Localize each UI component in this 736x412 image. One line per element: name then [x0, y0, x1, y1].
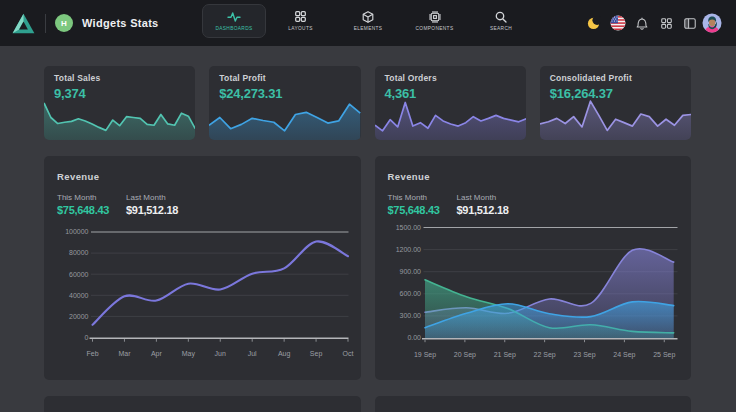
nav-label: ELEMENTS: [354, 26, 383, 31]
sidebar-toggle-icon: [684, 18, 696, 29]
revenue-area-card: Revenue This Month $75,648.43 Last Month…: [375, 156, 692, 380]
y-axis-label: 300.00: [399, 312, 421, 319]
spark-fill: [209, 104, 360, 140]
x-axis-label: 20 Sep: [453, 351, 475, 359]
search-icon: [495, 11, 507, 23]
x-axis-label: Oct: [343, 350, 354, 357]
moon-icon: [587, 16, 601, 30]
x-axis-label: 23 Sep: [573, 351, 595, 359]
navbar-brand-group: H Widgets Stats: [12, 0, 159, 46]
x-axis-label: May: [182, 350, 196, 358]
bottom-left-card: [44, 396, 361, 412]
x-axis-label: 21 Sep: [493, 351, 515, 359]
consolidated-profit-card: Consolidated Profit $16,264.37: [540, 66, 691, 140]
revenue-line-card: Revenue This Month $75,648.43 Last Month…: [44, 156, 361, 380]
y-axis-label: 0.00: [407, 334, 421, 341]
x-axis-label: Aug: [278, 350, 291, 358]
dashboard-content: Total Sales 9,374 Total Profit $24,273.3…: [0, 46, 736, 412]
y-axis-label: 60000: [69, 271, 89, 278]
apps-icon: [661, 18, 672, 29]
user-avatar: [702, 13, 722, 33]
consolidated-profit-sparkline: [540, 95, 691, 140]
x-axis-label: Jul: [248, 350, 257, 357]
x-axis-label: 25 Sep: [653, 351, 675, 359]
y-axis-label: 20000: [69, 313, 89, 320]
user-menu[interactable]: [702, 0, 722, 46]
navbar-actions: [582, 0, 722, 46]
box-icon: [362, 11, 374, 23]
y-axis-label: 80000: [69, 249, 89, 256]
dark-mode-toggle[interactable]: [582, 0, 606, 46]
revenue-area-chart: 0.00300.00600.00900.001200.001500.0019 S…: [375, 156, 692, 380]
x-axis-label: Jun: [215, 350, 226, 357]
sidebar-toggle-button[interactable]: [678, 0, 702, 46]
y-axis-label: 1500.00: [395, 224, 420, 231]
nav-label: DASHBOARDS: [215, 26, 252, 31]
bottom-row: [44, 396, 691, 412]
nav-item-components[interactable]: COMPONENTS: [403, 4, 467, 38]
y-axis-label: 600.00: [399, 290, 421, 297]
y-axis-label: 100000: [65, 228, 88, 235]
series-line: [93, 241, 349, 325]
page-title: Widgets Stats: [82, 17, 159, 29]
x-axis-label: 22 Sep: [533, 351, 555, 359]
total-sales-sparkline: [44, 95, 195, 140]
x-axis-label: Sep: [310, 350, 323, 358]
total-profit-sparkline: [209, 95, 360, 140]
stat-title: Total Sales: [54, 73, 185, 83]
y-axis-label: 900.00: [399, 268, 421, 275]
apps-menu-button[interactable]: [654, 0, 678, 46]
total-orders-sparkline: [375, 95, 526, 140]
revenue-row: Revenue This Month $75,648.43 Last Month…: [44, 156, 691, 380]
language-selector[interactable]: [606, 0, 630, 46]
total-orders-card: Total Orders 4,361: [375, 66, 526, 140]
x-axis-label: Mar: [118, 350, 131, 357]
workspace-avatar[interactable]: H: [55, 14, 73, 32]
total-profit-card: Total Profit $24,273.31: [209, 66, 360, 140]
stat-title: Consolidated Profit: [550, 73, 681, 83]
bottom-right-card: [375, 396, 692, 412]
x-axis-label: Feb: [86, 350, 98, 357]
nav-item-elements[interactable]: ELEMENTS: [336, 4, 400, 38]
cpu-icon: [429, 11, 441, 23]
stat-title: Total Orders: [385, 73, 516, 83]
stat-title: Total Profit: [219, 73, 350, 83]
nav-label: COMPONENTS: [416, 26, 454, 31]
grid-icon: [295, 11, 306, 23]
notifications-button[interactable]: [630, 0, 654, 46]
y-axis-label: 40000: [69, 292, 89, 299]
top-navbar: H Widgets Stats DASHBOARDS LAYOUTS: [0, 0, 736, 46]
spark-fill: [375, 102, 526, 140]
total-sales-card: Total Sales 9,374: [44, 66, 195, 140]
activity-icon: [227, 11, 241, 23]
nav-item-dashboards[interactable]: DASHBOARDS: [202, 4, 266, 38]
navbar-divider: [45, 14, 46, 33]
stats-row: Total Sales 9,374 Total Profit $24,273.3…: [44, 66, 691, 140]
nav-label: SEARCH: [490, 26, 512, 31]
bell-icon: [636, 17, 648, 30]
x-axis-label: 19 Sep: [413, 351, 435, 359]
revenue-line-chart: 020000400006000080000100000FebMarAprMayJ…: [44, 156, 361, 380]
x-axis-label: 24 Sep: [613, 351, 635, 359]
nav-item-search[interactable]: SEARCH: [469, 4, 533, 38]
y-axis-label: 0: [85, 334, 89, 341]
nav-item-layouts[interactable]: LAYOUTS: [269, 4, 333, 38]
nav-label: LAYOUTS: [288, 26, 313, 31]
app-logo-icon[interactable]: [12, 13, 35, 34]
us-flag-icon: [610, 15, 626, 31]
y-axis-label: 1200.00: [395, 246, 420, 253]
x-axis-label: Apr: [151, 350, 163, 358]
